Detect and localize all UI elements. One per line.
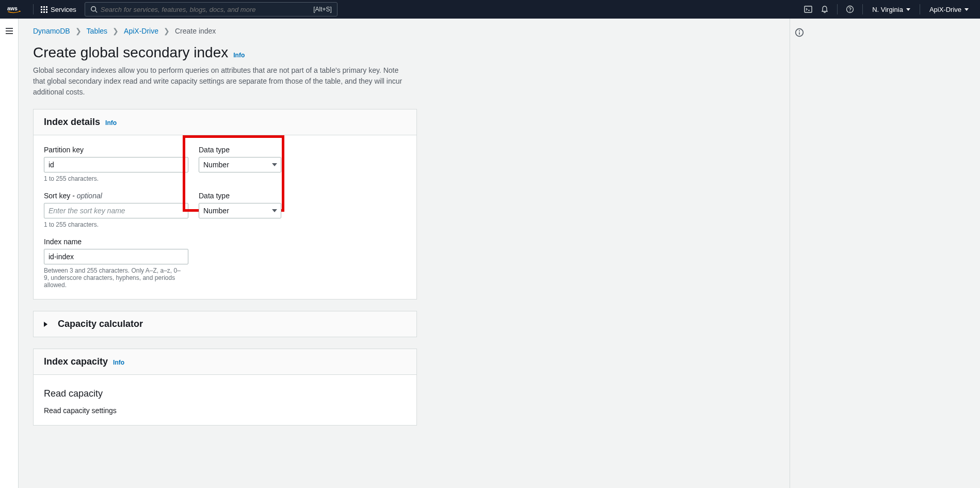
sort-key-label: Sort key - optional (44, 192, 188, 200)
panel-header-calculator[interactable]: Capacity calculator (34, 311, 416, 337)
nav-divider (862, 4, 863, 14)
hamburger-icon (5, 27, 13, 35)
sort-data-type-label: Data type (199, 192, 281, 200)
sort-key-input[interactable] (44, 203, 188, 218)
cloudshell-icon (804, 5, 812, 13)
search-icon (90, 6, 98, 13)
breadcrumb-link-table-name[interactable]: ApiX-Drive (124, 27, 158, 35)
svg-point-5 (849, 11, 850, 12)
services-label: Services (51, 6, 76, 13)
caret-right-icon (44, 322, 47, 327)
info-link[interactable]: Info (233, 52, 245, 59)
partition-data-type-select[interactable]: Number (199, 157, 281, 172)
panel-header-capacity: Index capacity Info (34, 349, 416, 375)
sort-data-type-select[interactable]: Number (199, 203, 281, 218)
breadcrumb-link-tables[interactable]: Tables (87, 27, 107, 35)
top-navigation: aws Services [Alt+S] N. Virginia ApiX-Dr… (0, 0, 980, 19)
svg-rect-3 (805, 6, 812, 12)
page-description: Global secondary indexes allow you to pe… (33, 65, 405, 98)
services-menu-button[interactable]: Services (38, 4, 79, 15)
main-content: DynamoDB ❯ Tables ❯ ApiX-Drive ❯ Create … (19, 19, 790, 488)
page-title: Create global secondary index (33, 44, 228, 61)
index-name-helper: Between 3 and 255 characters. Only A–Z, … (44, 267, 183, 289)
chevron-right-icon: ❯ (164, 27, 170, 35)
chevron-right-icon: ❯ (113, 27, 119, 35)
sort-key-helper: 1 to 255 characters. (44, 221, 188, 228)
search-shortcut: [Alt+S] (313, 6, 332, 13)
help-button[interactable] (842, 3, 858, 15)
index-details-panel: Index details Info Partition key 1 to 25… (33, 109, 417, 300)
bell-icon (821, 5, 829, 13)
partition-key-label: Partition key (44, 146, 188, 154)
svg-point-4 (847, 6, 854, 13)
notifications-button[interactable] (816, 3, 833, 15)
grid-icon (41, 6, 47, 13)
global-search[interactable]: [Alt+S] (85, 2, 338, 17)
read-capacity-heading: Read capacity (44, 388, 406, 399)
info-icon (795, 28, 804, 37)
svg-text:aws: aws (7, 5, 18, 11)
svg-point-10 (799, 30, 800, 32)
svg-line-2 (95, 11, 97, 13)
partition-data-type-label: Data type (199, 146, 281, 154)
panel-header-index-details: Index details Info (34, 109, 416, 135)
cloudshell-button[interactable] (800, 3, 816, 15)
svg-point-1 (91, 7, 96, 11)
capacity-calculator-panel: Capacity calculator (33, 311, 417, 337)
index-name-label: Index name (44, 238, 188, 246)
breadcrumb-link-dynamodb[interactable]: DynamoDB (33, 27, 70, 35)
left-rail (0, 19, 19, 488)
account-selector[interactable]: ApiX-Drive (924, 4, 974, 15)
search-input[interactable] (101, 6, 313, 13)
partition-key-helper: 1 to 255 characters. (44, 175, 188, 182)
info-link[interactable]: Info (113, 359, 124, 366)
nav-divider (920, 4, 920, 14)
panel-title: Index details (44, 117, 100, 128)
region-label: N. Virginia (872, 6, 903, 13)
region-selector[interactable]: N. Virginia (867, 4, 915, 15)
chevron-right-icon: ❯ (75, 27, 82, 35)
page-header: Create global secondary index Info (33, 44, 417, 61)
chevron-down-icon (906, 8, 910, 11)
account-label: ApiX-Drive (929, 6, 961, 13)
read-capacity-settings-label: Read capacity settings (44, 406, 406, 415)
breadcrumb: DynamoDB ❯ Tables ❯ ApiX-Drive ❯ Create … (33, 27, 417, 35)
partition-key-input[interactable] (44, 157, 188, 172)
nav-divider (837, 4, 838, 14)
breadcrumb-current: Create index (175, 27, 216, 35)
chevron-down-icon (965, 8, 969, 11)
nav-divider (33, 4, 34, 14)
info-panel-toggle[interactable] (795, 28, 804, 488)
panel-title: Capacity calculator (58, 319, 143, 329)
info-link[interactable]: Info (105, 119, 117, 127)
panel-title: Index capacity (44, 356, 108, 367)
right-rail (790, 19, 809, 488)
side-nav-toggle[interactable] (5, 27, 13, 488)
help-icon (846, 5, 854, 13)
index-capacity-panel: Index capacity Info Read capacity Read c… (33, 349, 417, 426)
index-name-input[interactable] (44, 249, 188, 264)
aws-logo[interactable]: aws (6, 5, 24, 14)
